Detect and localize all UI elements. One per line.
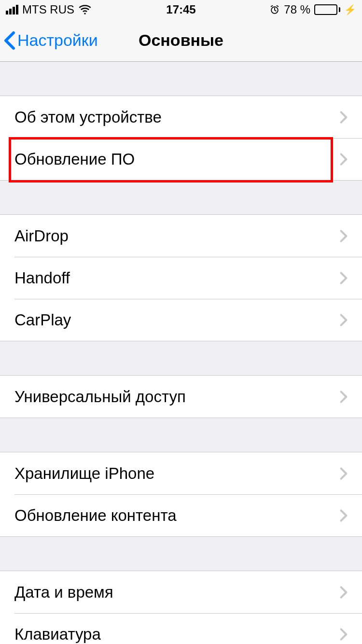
chevron-right-icon — [340, 628, 348, 641]
group-spacer — [0, 62, 362, 96]
chevron-right-icon — [340, 467, 348, 480]
battery-percent: 78 % — [284, 3, 310, 16]
row-about[interactable]: Об этом устройстве — [0, 96, 362, 138]
back-button[interactable]: Настройки — [0, 31, 98, 50]
row-airdrop[interactable]: AirDrop — [0, 215, 362, 257]
row-label: Об этом устройстве — [14, 108, 340, 126]
settings-group: Дата и времяКлавиатура — [0, 571, 362, 644]
row-label: Handoff — [14, 269, 340, 287]
row-label: Хранилище iPhone — [14, 464, 340, 483]
chevron-left-icon — [4, 31, 15, 50]
settings-group: Хранилище iPhoneОбновление контента — [0, 452, 362, 537]
wifi-icon — [78, 3, 92, 16]
row-label: AirDrop — [14, 227, 340, 245]
chevron-right-icon — [340, 509, 348, 522]
group-spacer — [0, 418, 362, 452]
chevron-right-icon — [340, 229, 348, 243]
row-accessibility[interactable]: Универсальный доступ — [0, 376, 362, 418]
row-date-time[interactable]: Дата и время — [0, 571, 362, 613]
settings-group: AirDropHandoffCarPlay — [0, 214, 362, 341]
row-handoff[interactable]: Handoff — [0, 257, 362, 299]
row-label: Обновление контента — [14, 506, 340, 525]
nav-bar: Настройки Основные — [0, 19, 362, 62]
group-spacer — [0, 341, 362, 375]
chevron-right-icon — [340, 271, 348, 285]
status-bar: MTS RUS 17:45 78 % ⚡ — [0, 0, 362, 19]
group-spacer — [0, 181, 362, 214]
row-label: Клавиатура — [14, 625, 340, 644]
svg-point-0 — [84, 13, 85, 14]
settings-group: Об этом устройствеОбновление ПО — [0, 96, 362, 181]
row-label: CarPlay — [14, 311, 340, 329]
row-iphone-storage[interactable]: Хранилище iPhone — [0, 452, 362, 494]
charging-icon: ⚡ — [344, 4, 356, 15]
chevron-right-icon — [340, 390, 348, 404]
row-label: Обновление ПО — [14, 150, 340, 168]
battery-icon — [314, 4, 340, 15]
chevron-right-icon — [340, 313, 348, 327]
chevron-right-icon — [340, 586, 348, 599]
alarm-icon — [269, 4, 280, 15]
group-spacer — [0, 537, 362, 571]
row-background-refresh[interactable]: Обновление контента — [0, 494, 362, 536]
row-software-update[interactable]: Обновление ПО — [0, 138, 362, 180]
row-label: Дата и время — [14, 583, 340, 602]
chevron-right-icon — [340, 111, 348, 124]
signal-icon — [6, 5, 18, 14]
chevron-right-icon — [340, 153, 348, 166]
row-label: Универсальный доступ — [14, 388, 340, 406]
row-carplay[interactable]: CarPlay — [0, 299, 362, 341]
carrier-label: MTS RUS — [22, 3, 74, 16]
settings-group: Универсальный доступ — [0, 375, 362, 418]
back-label: Настройки — [17, 31, 98, 50]
row-keyboard[interactable]: Клавиатура — [0, 613, 362, 644]
